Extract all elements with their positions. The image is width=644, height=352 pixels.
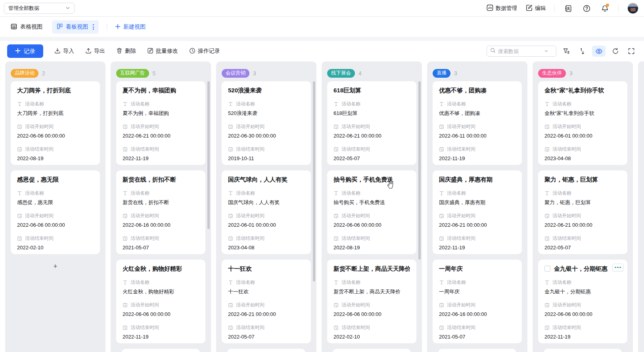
column-header: 生态伙伴 3 <box>533 61 633 81</box>
field-value: 新货不断上架，商品天天降价 <box>334 288 410 295</box>
add-record-label: 记录 <box>24 48 35 55</box>
kanban-card[interactable]: 新货在线，折扣不断 活动名称 新货在线，折扣不断 活动开始时间 2022-06-… <box>116 170 205 254</box>
kanban-card[interactable]: 抽号购买，手机免费送 活动名称 抽号购买，手机免费送 活动开始时间 2022-0… <box>327 170 416 254</box>
add-record-button[interactable]: 记录 <box>7 44 43 58</box>
add-card-row-partial[interactable] <box>544 349 622 352</box>
column-badge[interactable]: 直播 <box>433 69 450 78</box>
card-title: 十一狂欢 <box>228 264 305 273</box>
export-label: 导出 <box>94 48 105 55</box>
kanban-card[interactable]: 聚力，钜惠，巨划算 活动名称 聚力，钜惠，巨划算 活动开始时间 2022-06-… <box>538 170 627 254</box>
divider <box>554 5 555 12</box>
data-scope-selector[interactable]: 管理全部数据 <box>4 3 75 14</box>
import-button[interactable]: 导入 <box>54 48 74 55</box>
kanban-column-offline-expo: 线下展会 4 618巨划算 活动名称 618巨划算 活动开始时间 2022-06… <box>322 61 422 352</box>
operation-log-button[interactable]: 操作记录 <box>189 48 220 55</box>
field-value: 金九银十，分期钜惠 <box>544 288 621 295</box>
field-label-row: 活动名称 <box>544 279 621 285</box>
kanban-card[interactable]: 国庆盛典，厚惠有期 活动名称 国庆盛典，厚惠有期 活动开始时间 2022-06-… <box>433 170 522 254</box>
column-count: 2 <box>42 70 45 77</box>
field-label-row: 活动开始时间 <box>17 123 94 130</box>
calendar-icon <box>439 124 444 129</box>
kanban-card[interactable]: 一周年庆 活动名称 一周年庆 活动开始时间 2022-06-16 00:00:0… <box>433 260 522 343</box>
column-badge[interactable]: 品牌活动 <box>11 69 38 78</box>
filter-icon[interactable] <box>560 46 572 57</box>
field-value: 新货在线，折扣不断 <box>123 199 199 206</box>
contacts-icon[interactable] <box>564 4 573 13</box>
tab-table-view[interactable]: 表格视图 <box>7 20 46 34</box>
hide-fields-eye-icon[interactable] <box>592 46 606 57</box>
kanban-card[interactable]: 夏不为例，幸福团购 活动名称 夏不为例，幸福团购 活动开始时间 2022-06-… <box>116 81 205 165</box>
kanban-card-partial[interactable] <box>333 349 411 352</box>
column-badge[interactable]: 会议营销 <box>222 69 249 78</box>
kanban-card[interactable]: 优惠不够，团购凑 活动名称 优惠不够，团购凑 活动开始时间 2022-06-11… <box>433 81 522 165</box>
add-card-button[interactable]: + <box>11 260 100 273</box>
sort-icon[interactable] <box>576 46 588 57</box>
column-scrollbar[interactable] <box>207 81 210 229</box>
tab-table-view-label: 表格视图 <box>20 23 42 31</box>
column-badge[interactable]: 生态伙伴 <box>538 69 566 78</box>
kanban-card-partial[interactable] <box>122 349 200 352</box>
clock-icon <box>189 48 196 55</box>
kanban-card[interactable]: 火红金秋，购物好精彩 活动名称 火红金秋，购物好精彩 活动开始时间 2022-0… <box>116 260 205 343</box>
tab-kanban-view[interactable]: 看板视图 <box>52 20 99 34</box>
kanban-card[interactable]: 大刀阔斧，打折到底 活动名称 大刀阔斧，打折到底 活动开始时间 2022-06-… <box>11 81 100 165</box>
column-scrollbar[interactable] <box>418 81 421 260</box>
field-value: 2021-05-07 <box>123 244 199 251</box>
fullscreen-icon[interactable] <box>625 46 637 57</box>
add-card-row-partial[interactable] <box>227 349 305 352</box>
user-avatar[interactable] <box>627 3 638 14</box>
field-value: 2022-11-19 <box>544 333 621 341</box>
field-label-row: 活动结束时间 <box>334 235 410 241</box>
kanban-card[interactable]: 国庆气球向，人人有奖 活动名称 国庆气球向，人人有奖 活动开始时间 2022-0… <box>222 170 311 254</box>
field-value: 国庆气球向，人人有奖 <box>228 199 305 206</box>
delete-button[interactable]: 删除 <box>116 48 136 55</box>
card-checkbox[interactable] <box>544 266 550 272</box>
kanban-card[interactable]: 618巨划算 活动名称 618巨划算 活动开始时间 2022-06-21 00:… <box>327 81 416 165</box>
refresh-icon[interactable] <box>610 46 621 57</box>
data-manage-button[interactable]: 数据管理 <box>487 4 517 12</box>
batch-edit-button[interactable]: 批量修改 <box>147 48 178 55</box>
kanban-card[interactable]: 十一狂欢 活动名称 十一狂欢 活动开始时间 2022-06-21 00:00:0… <box>222 260 311 343</box>
card-title: 大刀阔斧，打折到底 <box>17 86 94 94</box>
plus-icon <box>15 48 21 55</box>
column-badge[interactable]: 互联网广告 <box>116 69 149 78</box>
text-field-icon <box>17 101 22 107</box>
add-card-row-partial[interactable] <box>438 349 516 352</box>
field-label-row: 活动名称 <box>123 279 199 285</box>
text-field-icon <box>544 191 550 196</box>
kanban-card[interactable]: 感恩促，惠无限 活动名称 感恩促，惠无限 活动开始时间 2022-06-06 0… <box>11 170 100 254</box>
field-value: 2022-11-19 <box>439 155 516 162</box>
kanban-card[interactable]: 金秋“家”礼拿到你手软 活动名称 金秋“家”礼拿到你手软 活动开始时间 2022… <box>538 81 627 165</box>
field-label-row: 活动名称 <box>334 279 410 285</box>
help-icon[interactable] <box>582 4 591 13</box>
card-title: 新货不断上架，商品天天降价 <box>334 264 410 273</box>
export-button[interactable]: 导出 <box>85 48 105 55</box>
card-more-icon[interactable] <box>612 264 623 271</box>
kanban-card[interactable]: 新货不断上架，商品天天降价 活动名称 新货不断上架，商品天天降价 活动开始时间 … <box>327 260 416 343</box>
field-label-row: 活动结束时间 <box>228 235 305 241</box>
column-scrollbar[interactable] <box>313 81 315 281</box>
notification-bell-icon[interactable] <box>600 4 610 13</box>
field-value: 国庆盛典，厚惠有期 <box>439 199 516 206</box>
edit-button[interactable]: 编辑 <box>526 4 546 12</box>
text-field-icon <box>334 280 339 285</box>
batch-edit-icon <box>147 48 153 55</box>
pencil-square-icon <box>526 4 533 12</box>
field-label-row: 活动开始时间 <box>439 212 516 219</box>
kanban-card[interactable]: 520浪漫来袭 活动名称 520浪漫来袭 活动开始时间 2022-06-30 0… <box>222 81 311 165</box>
field-label-row: 活动名称 <box>334 190 410 196</box>
search-input[interactable] <box>498 48 542 54</box>
search-box[interactable] <box>487 46 556 57</box>
field-label-row: 活动开始时间 <box>334 212 410 219</box>
kanban-view-menu-icon[interactable] <box>91 23 96 31</box>
field-label-row: 活动结束时间 <box>439 235 516 241</box>
kanban-card-selected[interactable]: 金九银十，分期钜惠 活动名称 金九银十，分期钜惠 活动开始时间 2022-06-… <box>538 260 627 343</box>
data-manage-label: 数据管理 <box>496 5 517 12</box>
chevron-down-icon[interactable] <box>544 48 548 55</box>
field-label-row: 活动结束时间 <box>544 324 621 331</box>
new-view-button[interactable]: 新建视图 <box>115 23 146 31</box>
calendar-icon <box>439 302 444 308</box>
field-value: 2022-06-06 00:00:00 <box>17 132 94 140</box>
text-field-icon <box>228 191 233 196</box>
column-badge[interactable]: 线下展会 <box>327 69 355 78</box>
